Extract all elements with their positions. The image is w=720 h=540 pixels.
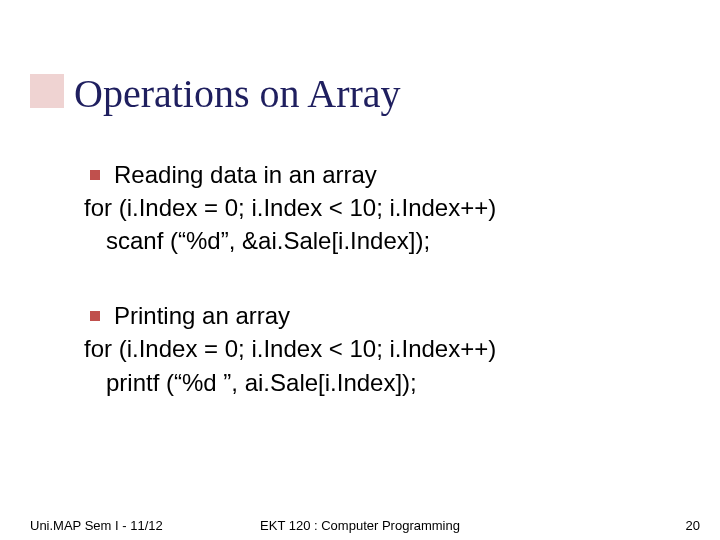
footer-center: EKT 120 : Computer Programming (0, 518, 720, 533)
slide-title: Operations on Array (74, 70, 401, 117)
bullet-item: Printing an array (90, 299, 690, 332)
footer-page-number: 20 (686, 518, 700, 533)
code-line: printf (“%d ”, ai.Sale[i.Index]); (106, 366, 690, 399)
slide-title-block: Operations on Array (30, 70, 357, 117)
title-accent-square (30, 74, 64, 108)
block-printing: Printing an array for (i.Index = 0; i.In… (90, 299, 690, 398)
code-line: for (i.Index = 0; i.Index < 10; i.Index+… (84, 332, 690, 365)
slide-body: Reading data in an array for (i.Index = … (90, 158, 690, 399)
block-reading: Reading data in an array for (i.Index = … (90, 158, 690, 257)
bullet-item: Reading data in an array (90, 158, 690, 191)
square-bullet-icon (90, 311, 100, 321)
bullet-text: Printing an array (114, 299, 290, 332)
code-line: scanf (“%d”, &ai.Sale[i.Index]); (106, 224, 690, 257)
code-line: for (i.Index = 0; i.Index < 10; i.Index+… (84, 191, 690, 224)
bullet-text: Reading data in an array (114, 158, 377, 191)
square-bullet-icon (90, 170, 100, 180)
